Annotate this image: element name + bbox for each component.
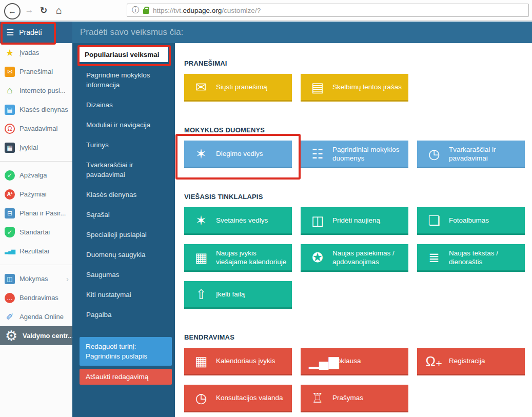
reload-icon[interactable]: ↻	[37, 3, 50, 17]
sidebar-item-klases-dienynas[interactable]: ▤Klasės dienynas	[0, 100, 72, 119]
sidebar-item-planai[interactable]: ⊟Planai ir Pasir...	[0, 204, 72, 223]
settings-item-klases-dienynas[interactable]: Klasės dienynas	[72, 185, 175, 205]
settings-item-dizainas[interactable]: Dizainas	[72, 95, 175, 115]
sidebar-item-agenda-online[interactable]: ✐Agenda Online	[0, 307, 72, 326]
action-button-label: Pridėti naujieną	[332, 216, 383, 225]
settings-item-kiti-nustatymai[interactable]: Kiti nustatymai	[72, 285, 175, 305]
settings-item-pagalba[interactable]: Pagalba	[72, 305, 175, 325]
padlock-icon[interactable]	[143, 9, 149, 14]
siusti-pranesima-button[interactable]: ✉Siųsti pranešimą	[184, 74, 292, 102]
skelbimu-lentos-irasas-button[interactable]: ▤Skelbimų lentos įrašas	[301, 74, 408, 102]
apklausa-button[interactable]: ▁▄▆Apklausa	[301, 348, 408, 375]
forward-icon[interactable]: →	[23, 3, 36, 17]
chevron-right-icon: ›	[66, 274, 72, 283]
naujas-ivykis-viesajame-kalendoriuje-button[interactable]: ▦Naujas įvykis viešajame kalendoriuje	[184, 244, 292, 272]
cancel-editing-button[interactable]: Atšaukti redagavimą	[80, 369, 172, 385]
page-title: Pradėti savo veiksmus čia:	[72, 27, 183, 37]
magic-wand-icon: ✶	[192, 147, 210, 161]
menu-button-label: Pradėti	[19, 28, 42, 36]
sidebar-item-label: Standartai	[19, 228, 50, 236]
add-person-icon: Ω₊	[425, 354, 443, 368]
sidebar-item-label: Bendravimas	[19, 294, 58, 302]
sidebar-item-interneto-puslapis[interactable]: ⌂Interneto pusl...	[0, 81, 72, 100]
page-header: Pradėti savo veiksmus čia:	[72, 22, 532, 43]
star-icon: ★	[5, 48, 15, 58]
action-button-label: Fotoalbumas	[449, 216, 492, 225]
sidebar-item-bendravimas[interactable]: …Bendravimas	[0, 288, 72, 307]
calendar-icon: ▦	[192, 251, 210, 264]
naujas-tekstas-button[interactable]: ≣Naujas tekstas / dienoraštis	[417, 244, 525, 272]
settings-item-duomenu-saugykla[interactable]: Duomenų saugykla	[72, 245, 175, 265]
sidebar-item-standartai[interactable]: ✓Standartai	[0, 223, 72, 242]
ikelti-faila-button[interactable]: ⇧Įkelti failą	[184, 281, 292, 309]
back-icon[interactable]: ←	[4, 3, 21, 19]
settings-item-specialieji-puslapiai[interactable]: Specialieji puslapiai	[72, 225, 175, 245]
clock-calendar-icon: ◷	[425, 147, 443, 161]
site-info-icon[interactable]: ⓘ	[132, 6, 139, 15]
url-domain: edupage.org	[183, 7, 222, 14]
naujas-pasiekimas-button[interactable]: ✪Naujas pasiekimas / apdovanojimas	[301, 244, 408, 272]
action-button-label: Prašymas	[332, 393, 366, 402]
svetaines-vedlys-button[interactable]: ✶Svetainės vedlys	[184, 207, 292, 235]
envelope-icon: ✉	[5, 67, 15, 77]
settings-item-saugumas[interactable]: Saugumas	[72, 265, 175, 285]
sidebar-item-ivykiai[interactable]: ▦Įvykiai	[0, 138, 72, 157]
konsultacijos-valanda-button[interactable]: ◷Konsultacijos valanda	[184, 385, 292, 412]
hamburger-icon: ☰	[6, 27, 14, 38]
bar-chart-icon: ▂▄▆	[5, 246, 15, 256]
settings-item-pagrindine-informacija[interactable]: Pagrindinė mokyklos informacija	[72, 65, 175, 95]
action-button-label: Registracija	[449, 356, 488, 365]
sidebar-item-label: Planai ir Pasir...	[19, 209, 66, 217]
section-title: MOKYKLOS DUOMENYS	[184, 126, 532, 134]
settings-item-turinys[interactable]: Turinys	[72, 135, 175, 155]
address-bar[interactable]: ⓘ https://tvt.edupage.org/customize/?	[127, 4, 529, 17]
populiariausi-veiksmai-item[interactable]: Populiariausi veiksmai	[80, 47, 168, 62]
settings-item-sarasai[interactable]: Sąrašai	[72, 205, 175, 225]
sidebar-item-label: Valdymo centr...	[23, 332, 72, 340]
sidebar-divider	[0, 265, 72, 265]
pradeti-menu-button[interactable]: ☰ Pradėti	[0, 22, 72, 43]
edit-content-button[interactable]: Redaguoti turinį: Pagrindinis puslapis	[80, 337, 172, 366]
action-button-label: Tvarkaraščiai ir pavadavimai	[449, 145, 525, 163]
diegimo-vedlys-button[interactable]: ✶Diegimo vedlys	[184, 141, 292, 168]
kalendoriaus-ivykis-button[interactable]: ▦Kalendoriaus įvykis	[184, 348, 292, 375]
section-viesasis-tinklalapis: VIEŠASIS TINKLALAPIS✶Svetainės vedlys◫Pr…	[184, 193, 532, 309]
sidebar-item-label: Agenda Online	[19, 313, 64, 321]
pagrindiniai-mokyklos-duomenys-button[interactable]: ☷Pagrindiniai mokyklos duomenys	[301, 141, 408, 168]
sidebar-item-valdymo-centras[interactable]: ⚙Valdymo centr...	[0, 326, 72, 345]
sidebar-item-label: Pažymiai	[19, 190, 47, 198]
tvarkarasciai-ir-pavadavimai-button[interactable]: ◷Tvarkaraščiai ir pavadavimai	[417, 141, 525, 168]
gear-icon: ⚙	[5, 331, 18, 341]
action-button-label: Apklausa	[332, 356, 364, 365]
url-path: /customize/?	[222, 7, 261, 14]
section-bendravimas: BENDRAVIMAS▦Kalendoriaus įvykis▁▄▆Apklau…	[184, 333, 532, 412]
home-icon[interactable]: ⌂	[52, 3, 66, 17]
prideti-naujiena-button[interactable]: ◫Pridėti naujieną	[301, 207, 408, 235]
database-icon: ☷	[309, 147, 326, 161]
chat-bubbles-icon: …	[5, 293, 15, 303]
registracija-button[interactable]: Ω₊Registracija	[417, 348, 525, 375]
note-icon: ▤	[309, 81, 326, 94]
browser-toolbar: ← → ↻ ⌂ ⓘ https://tvt.edupage.org/custom…	[0, 0, 532, 21]
sidebar-item-apzvalga[interactable]: ✓Apžvalga	[0, 166, 72, 185]
settings-item-tvarkarasciai-ir-pavadavimai[interactable]: Tvarkaraščiai ir pavadavimai	[72, 155, 175, 185]
prasymas-button[interactable]: ♖Prašymas	[301, 385, 408, 412]
sidebar-item-pazymiai[interactable]: A⁺Pažymiai	[0, 185, 72, 204]
upload-icon: ⇧	[192, 288, 210, 301]
shield-check-icon: ✓	[5, 227, 15, 237]
sidebar-item-mokymas[interactable]: ◫Mokymas›	[0, 269, 72, 288]
sidebar-item-pranesimai[interactable]: ✉Pranešimai	[0, 62, 72, 81]
settings-item-moduliai-ir-navigacija[interactable]: Moduliai ir navigacija	[72, 115, 175, 135]
stopwatch-icon: ◷	[192, 391, 210, 405]
fotoalbumas-button[interactable]: ❏Fotoalbumas	[417, 207, 525, 235]
section-title: VIEŠASIS TINKLALAPIS	[184, 193, 532, 201]
main-content: PRANEŠIMAI✉Siųsti pranešimą▤Skelbimų len…	[175, 43, 532, 417]
edit-content-line2: Pagrindinis puslapis	[86, 351, 166, 361]
sidebar-item-ivadas[interactable]: ★Įvadas	[0, 43, 72, 62]
action-button-label: Siųsti pranešimą	[216, 83, 270, 91]
sidebar-item-rezultatai[interactable]: ▂▄▆Rezultatai	[0, 242, 72, 261]
sidebar-item-label: Įvykiai	[19, 144, 38, 151]
action-button-label: Konsultacijos valanda	[216, 393, 286, 402]
home-icon: ⌂	[5, 86, 15, 96]
sidebar-item-pavadavimai[interactable]: ΩPavadavimai	[0, 119, 72, 138]
